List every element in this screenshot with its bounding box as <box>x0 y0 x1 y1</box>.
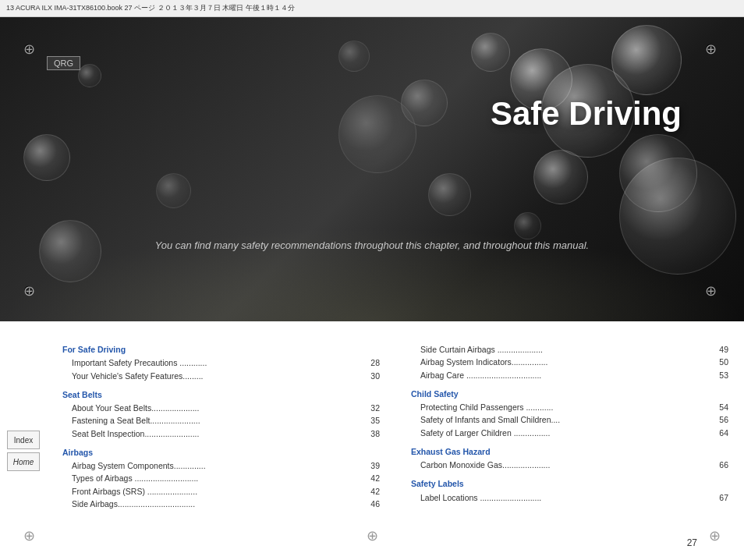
toc-item-vehicle-safety[interactable]: Your Vehicle's Safety Features......... … <box>62 370 380 382</box>
toc-item-about-seat-belts[interactable]: About Your Seat Belts...................… <box>62 402 380 414</box>
toc-item-protecting-child[interactable]: Protecting Child Passengers ............… <box>411 401 728 413</box>
toc-section-exhaust[interactable]: Exhaust Gas Hazard <box>411 445 728 458</box>
toc-item-fastening-seat-belt[interactable]: Fastening a Seat Belt...................… <box>62 414 380 427</box>
toc-item-side-airbags[interactable]: Side Airbags............................… <box>62 498 380 510</box>
toc-section-safety-labels[interactable]: Safety Labels <box>411 477 728 490</box>
toc-item-side-curtain-airbags[interactable]: Side Curtain Airbags ...................… <box>411 343 728 356</box>
toc-section-seat-belts[interactable]: Seat Belts <box>62 388 380 401</box>
toc-section-for-safe-driving[interactable]: For Safe Driving <box>62 343 380 356</box>
bottom-content: Index Home For Safe Driving Important Sa… <box>0 321 744 560</box>
toc-item-seat-belt-inspection[interactable]: Seat Belt Inspection....................… <box>62 427 380 440</box>
toc-item-important-safety[interactable]: Important Safety Precautions ...........… <box>62 356 380 369</box>
hero-subtitle: You can find many safety recommendations… <box>0 239 744 251</box>
toc-item-label-locations[interactable]: Label Locations ........................… <box>411 491 728 504</box>
toc-item-airbag-indicators[interactable]: Airbag System Indicators................… <box>411 356 728 368</box>
toc-area: For Safe Driving Important Safety Precau… <box>47 337 744 560</box>
toc-item-front-airbags[interactable]: Front Airbags (SRS) ....................… <box>62 485 380 498</box>
top-bar: 13 ACURA ILX IMA-31TX86100.book 27 ページ ２… <box>0 0 744 17</box>
toc-item-safety-larger-children[interactable]: Safety of Larger Children ..............… <box>411 427 728 439</box>
qrg-badge: QRG <box>47 56 80 70</box>
top-bar-text: 13 ACURA ILX IMA-31TX86100.book 27 ページ ２… <box>6 3 295 13</box>
crosshair-bottom-center-white: ⊕ <box>367 527 378 544</box>
home-button[interactable]: Home <box>7 452 40 471</box>
toc-section-child-safety[interactable]: Child Safety <box>411 388 728 400</box>
toc-item-airbag-care[interactable]: Airbag Care ............................… <box>411 369 728 381</box>
page-number: 27 <box>687 537 697 548</box>
toc-item-airbag-system-components[interactable]: Airbag System Components.............. 3… <box>62 459 380 472</box>
toc-section-airbags[interactable]: Airbags <box>62 446 380 459</box>
toc-item-safety-infants[interactable]: Safety of Infants and Small Children....… <box>411 413 728 426</box>
index-button[interactable]: Index <box>7 431 40 449</box>
toc-right-column: Side Curtain Airbags ...................… <box>411 337 728 560</box>
toc-item-carbon-monoxide[interactable]: Carbon Monoxide Gas.....................… <box>411 459 728 471</box>
page-title: Safe Driving <box>491 95 682 133</box>
crosshair-bottom-left-white: ⊕ <box>23 527 35 544</box>
toc-left-column: For Safe Driving Important Safety Precau… <box>62 337 380 560</box>
toc-item-types-of-airbags[interactable]: Types of Airbags .......................… <box>62 472 380 484</box>
crosshair-bottom-right-white: ⊕ <box>709 527 721 544</box>
hero-section: ⊕ ⊕ ⊕ ⊕ QRG Safe Driving You can find ma… <box>0 17 744 321</box>
